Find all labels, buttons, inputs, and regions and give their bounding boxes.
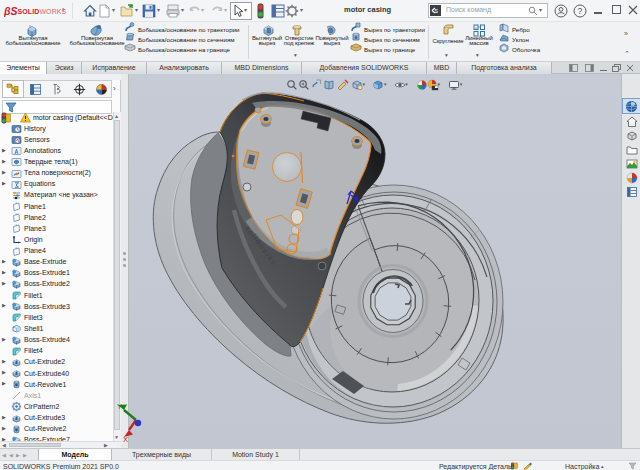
svg-text:βS: βS (4, 5, 18, 17)
svg-text:?: ? (578, 6, 583, 16)
svg-text:X: X (123, 435, 128, 443)
svg-text:Y: Y (117, 402, 122, 411)
svg-text:s: s (435, 7, 439, 14)
svg-text:SOLIDWORKS: SOLIDWORKS (18, 8, 67, 15)
